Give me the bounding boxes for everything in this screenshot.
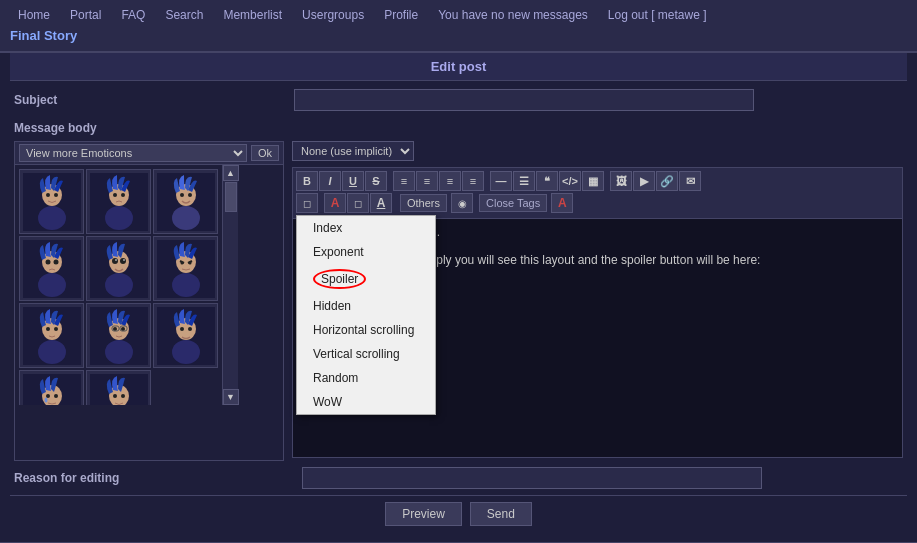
toolbar-icon-font[interactable]: A	[551, 193, 573, 213]
scroll-track	[225, 182, 237, 388]
nav-home[interactable]: Home	[10, 4, 58, 26]
emoticon-10[interactable]	[19, 370, 84, 405]
toolbar-icon-3[interactable]: ◉	[451, 193, 473, 213]
svg-point-33	[188, 261, 191, 264]
svg-point-7	[105, 206, 133, 230]
emoticon-1[interactable]	[19, 169, 84, 234]
emoticons-grid	[15, 165, 222, 405]
svg-point-3	[46, 193, 50, 197]
emoticon-5[interactable]	[86, 236, 151, 301]
toolbar-sep3	[605, 171, 609, 191]
svg-point-25	[115, 259, 117, 261]
spoiler-label[interactable]: Spoiler	[313, 269, 366, 289]
svg-point-9	[121, 193, 125, 197]
toolbar-icon-a1[interactable]: A	[324, 193, 346, 213]
flash-button[interactable]: ▶	[633, 171, 655, 191]
svg-point-12	[172, 206, 200, 230]
subject-control	[294, 89, 903, 111]
strikethrough-button[interactable]: S	[365, 171, 387, 191]
message-body-layout: View more Emoticons Ok	[10, 141, 907, 461]
email-button[interactable]: ✉	[679, 171, 701, 191]
svg-point-32	[180, 261, 183, 264]
svg-point-29	[172, 273, 200, 297]
svg-point-37	[46, 327, 50, 331]
top-nav: Home Portal FAQ Search Memberlist Usergr…	[0, 0, 917, 53]
emoticons-select[interactable]: View more Emoticons	[19, 144, 247, 162]
menu-vertical-scrolling[interactable]: Vertical scrolling	[297, 342, 435, 366]
list-button[interactable]: ☰	[513, 171, 535, 191]
emoticon-2[interactable]	[86, 169, 151, 234]
menu-index[interactable]: Index	[297, 216, 435, 240]
svg-point-14	[188, 193, 192, 197]
hr-button[interactable]: —	[490, 171, 512, 191]
edit-post-heading: Edit post	[10, 53, 907, 81]
quote-button[interactable]: ❝	[536, 171, 558, 191]
toolbar-icon-a2[interactable]: A	[370, 193, 392, 213]
nav-profile[interactable]: Profile	[376, 4, 426, 26]
link-button[interactable]: 🔗	[656, 171, 678, 191]
svg-point-41	[105, 340, 133, 364]
nav-memberlist[interactable]: Memberlist	[215, 4, 290, 26]
reason-row: Reason for editing	[10, 461, 907, 495]
nav-usergroups[interactable]: Usergroups	[294, 4, 372, 26]
align-right-button[interactable]: ≡	[439, 171, 461, 191]
nav-faq[interactable]: FAQ	[113, 4, 153, 26]
main-content: Edit post Subject Message body View more…	[0, 53, 917, 542]
emoticon-7[interactable]	[19, 303, 84, 368]
svg-point-4	[54, 193, 58, 197]
subject-label: Subject	[14, 89, 294, 107]
align-left-button[interactable]: ≡	[393, 171, 415, 191]
emoticons-scrollbar[interactable]: ▲ ▼	[222, 165, 238, 405]
nav-logout[interactable]: Log out [ metawe ]	[600, 4, 715, 26]
emoticons-panel: View more Emoticons Ok	[14, 141, 284, 461]
send-button[interactable]: Send	[470, 502, 532, 526]
scroll-down-arrow[interactable]: ▼	[223, 389, 239, 405]
close-tags-button[interactable]: Close Tags	[479, 194, 547, 212]
svg-point-43	[121, 327, 125, 331]
toolbar-icon-2[interactable]: ◻	[347, 193, 369, 213]
code-button[interactable]: </>	[559, 171, 581, 191]
toolbar-icon-1[interactable]: ◻	[296, 193, 318, 213]
others-button[interactable]: Others	[400, 194, 447, 212]
emoticon-4[interactable]	[19, 236, 84, 301]
svg-point-54	[46, 394, 50, 398]
message-body-label: Message body	[14, 117, 294, 135]
menu-wow[interactable]: WoW	[297, 390, 435, 414]
menu-horizontal-scrolling[interactable]: Horizontal scrolling	[297, 318, 435, 342]
emoticon-6[interactable]	[153, 236, 218, 301]
preview-button[interactable]: Preview	[385, 502, 462, 526]
toolbar-row2: ◻ A ◻ A Others ◉ Close Tags A Index	[296, 193, 899, 213]
bold-button[interactable]: B	[296, 171, 318, 191]
align-justify-button[interactable]: ≡	[462, 171, 484, 191]
svg-point-42	[113, 327, 117, 331]
align-center-button[interactable]: ≡	[416, 171, 438, 191]
svg-point-24	[120, 258, 126, 264]
nav-search[interactable]: Search	[157, 4, 211, 26]
subject-input[interactable]	[294, 89, 754, 111]
scroll-up-arrow[interactable]: ▲	[223, 165, 239, 181]
nav-messages[interactable]: You have no new messages	[430, 4, 596, 26]
menu-random[interactable]: Random	[297, 366, 435, 390]
menu-exponent[interactable]: Exponent	[297, 240, 435, 264]
svg-point-18	[45, 259, 50, 264]
menu-hidden[interactable]: Hidden	[297, 294, 435, 318]
reason-label: Reason for editing	[14, 471, 294, 485]
emoticon-13[interactable]	[86, 370, 151, 405]
img-button[interactable]: 🖼	[610, 171, 632, 191]
message-body-row: Message body	[10, 117, 907, 135]
svg-point-2	[38, 206, 66, 230]
emoticons-ok-button[interactable]: Ok	[251, 145, 279, 161]
emoticon-8[interactable]	[86, 303, 151, 368]
emoticon-3[interactable]	[153, 169, 218, 234]
italic-button[interactable]: I	[319, 171, 341, 191]
nav-portal[interactable]: Portal	[62, 4, 109, 26]
table-button[interactable]: ▦	[582, 171, 604, 191]
svg-point-50	[188, 327, 192, 331]
menu-spoiler[interactable]: Spoiler	[297, 264, 435, 294]
nav-links: Home Portal FAQ Search Memberlist Usergr…	[0, 4, 917, 26]
underline-button[interactable]: U	[342, 171, 364, 191]
font-select[interactable]: None (use implicit)	[292, 141, 414, 161]
svg-point-56	[44, 397, 47, 402]
reason-input[interactable]	[302, 467, 762, 489]
emoticon-9[interactable]	[153, 303, 218, 368]
